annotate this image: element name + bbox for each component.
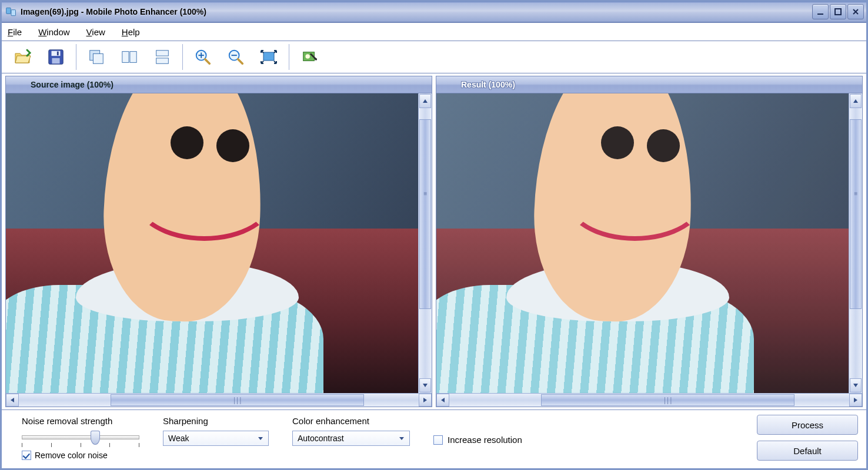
svg-rect-10 bbox=[122, 52, 129, 63]
menu-window[interactable]: Window bbox=[38, 27, 69, 37]
application-window: Imagen(69).jpg - Mobile Photo Enhancer (… bbox=[0, 0, 868, 470]
close-button[interactable] bbox=[847, 4, 864, 19]
scroll-right-arrow-icon[interactable] bbox=[419, 394, 432, 407]
color-enhancement-label: Color enhancement bbox=[292, 416, 410, 426]
result-vertical-scrollbar[interactable]: ≡ bbox=[849, 93, 862, 393]
scroll-track[interactable]: ≡ bbox=[849, 109, 862, 378]
zoom-in-button[interactable] bbox=[189, 43, 217, 70]
color-enhancement-select[interactable]: Autocontrast bbox=[292, 431, 410, 446]
workspace: Source image (100%) ≡ bbox=[2, 73, 866, 409]
save-button[interactable] bbox=[42, 43, 70, 70]
result-panel-body: ≡ bbox=[436, 93, 862, 393]
svg-line-15 bbox=[205, 59, 210, 64]
sharpening-label: Sharpening bbox=[163, 416, 269, 426]
scroll-track[interactable]: │││ bbox=[449, 394, 849, 407]
svg-line-19 bbox=[238, 59, 243, 64]
split-horizontal-icon bbox=[153, 48, 171, 66]
result-panel: Result (100%) ≡ bbox=[436, 76, 863, 407]
toolbar bbox=[2, 41, 866, 73]
controls-bar: Noise removal strength Remove color nois… bbox=[2, 409, 866, 468]
split-vertical-icon bbox=[121, 48, 138, 66]
sharpening-select[interactable]: Weak bbox=[163, 431, 269, 446]
svg-rect-13 bbox=[156, 58, 169, 63]
color-enhancement-value: Autocontrast bbox=[298, 434, 344, 443]
window-title: Imagen(69).jpg - Mobile Photo Enhancer (… bbox=[21, 7, 206, 16]
enhance-button[interactable] bbox=[295, 43, 323, 70]
svg-rect-2 bbox=[817, 14, 823, 15]
menu-file[interactable]: File bbox=[8, 27, 22, 37]
scroll-left-arrow-icon[interactable] bbox=[436, 394, 449, 407]
result-panel-header[interactable]: Result (100%) bbox=[436, 76, 862, 93]
slider-rail bbox=[22, 435, 139, 439]
default-button[interactable]: Default bbox=[757, 441, 858, 461]
view-stacked-button[interactable] bbox=[148, 43, 176, 70]
source-panel-header[interactable]: Source image (100%) bbox=[6, 76, 432, 93]
view-side-by-side-button[interactable] bbox=[115, 43, 143, 70]
scroll-track[interactable]: ≡ bbox=[419, 109, 432, 378]
source-vertical-scrollbar[interactable]: ≡ bbox=[418, 93, 432, 393]
app-icon bbox=[5, 6, 17, 18]
process-button[interactable]: Process bbox=[757, 415, 858, 435]
process-button-label: Process bbox=[792, 420, 823, 430]
maximize-button[interactable] bbox=[830, 4, 846, 19]
scroll-thumb[interactable]: ≡ bbox=[419, 119, 431, 309]
source-panel-title: Source image (100%) bbox=[31, 80, 113, 89]
save-icon bbox=[47, 48, 65, 66]
scroll-track[interactable]: │││ bbox=[19, 394, 419, 407]
toolbar-separator bbox=[289, 44, 289, 70]
scroll-left-arrow-icon[interactable] bbox=[6, 394, 19, 407]
increase-resolution-checkbox[interactable]: Increase resolution bbox=[433, 435, 522, 445]
svg-point-23 bbox=[305, 54, 310, 59]
view-cascade-button[interactable] bbox=[82, 43, 111, 70]
open-button[interactable] bbox=[9, 43, 37, 70]
svg-point-25 bbox=[315, 58, 317, 61]
sharpening-group: Sharpening Weak bbox=[163, 416, 269, 446]
scroll-up-arrow-icon[interactable] bbox=[850, 94, 862, 108]
slider-ticks bbox=[22, 443, 139, 448]
dropdown-caret-icon bbox=[396, 431, 407, 445]
window-controls bbox=[812, 4, 864, 19]
menu-help[interactable]: Help bbox=[122, 27, 140, 37]
fit-screen-icon bbox=[259, 48, 278, 66]
remove-color-noise-checkbox[interactable]: Remove color noise bbox=[22, 451, 139, 460]
noise-removal-label: Noise removal strength bbox=[22, 416, 139, 426]
svg-rect-5 bbox=[52, 51, 61, 56]
title-bar[interactable]: Imagen(69).jpg - Mobile Photo Enhancer (… bbox=[2, 2, 866, 22]
source-panel-body: ≡ bbox=[6, 93, 432, 393]
checkbox-icon bbox=[22, 451, 31, 460]
folder-open-icon bbox=[14, 48, 32, 66]
fit-to-window-button[interactable] bbox=[255, 43, 283, 70]
scroll-thumb[interactable]: ≡ bbox=[850, 119, 862, 309]
scroll-up-arrow-icon[interactable] bbox=[419, 94, 431, 108]
scroll-right-arrow-icon[interactable] bbox=[849, 394, 862, 407]
remove-color-noise-label: Remove color noise bbox=[35, 451, 108, 460]
zoom-out-icon bbox=[227, 48, 245, 66]
action-buttons: Process Default bbox=[757, 415, 858, 461]
svg-rect-7 bbox=[57, 52, 59, 56]
result-horizontal-scrollbar[interactable]: │││ bbox=[436, 393, 862, 407]
increase-resolution-label: Increase resolution bbox=[448, 435, 522, 445]
result-image-viewport[interactable] bbox=[436, 93, 849, 393]
svg-rect-9 bbox=[93, 53, 103, 63]
source-panel: Source image (100%) ≡ bbox=[5, 76, 432, 407]
source-image-viewport[interactable] bbox=[6, 93, 418, 393]
menu-view[interactable]: View bbox=[86, 27, 105, 37]
scroll-thumb[interactable]: │││ bbox=[111, 394, 363, 406]
noise-removal-slider[interactable] bbox=[22, 431, 139, 446]
scroll-down-arrow-icon[interactable] bbox=[850, 378, 862, 392]
scroll-thumb[interactable]: │││ bbox=[541, 394, 794, 406]
minimize-button[interactable] bbox=[812, 4, 829, 19]
zoom-out-button[interactable] bbox=[222, 43, 250, 70]
svg-rect-12 bbox=[156, 51, 169, 56]
svg-rect-11 bbox=[130, 52, 136, 63]
source-horizontal-scrollbar[interactable]: │││ bbox=[6, 393, 432, 407]
zoom-in-icon bbox=[194, 48, 212, 66]
toolbar-separator bbox=[76, 44, 76, 70]
toolbar-separator bbox=[182, 44, 183, 70]
sharpening-value: Weak bbox=[168, 434, 189, 443]
noise-removal-group: Noise removal strength Remove color nois… bbox=[22, 416, 139, 460]
scroll-down-arrow-icon[interactable] bbox=[419, 378, 431, 392]
svg-rect-21 bbox=[263, 52, 274, 61]
svg-rect-1 bbox=[11, 10, 16, 16]
svg-rect-3 bbox=[835, 9, 841, 15]
